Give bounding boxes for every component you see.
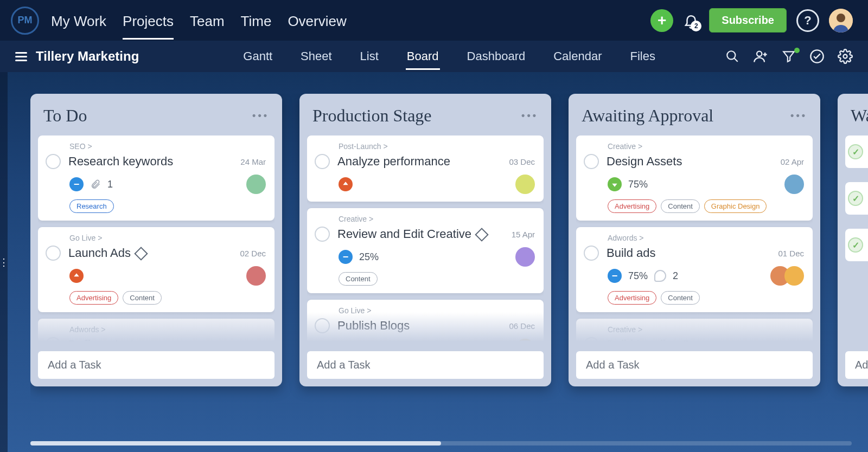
settings-button[interactable] — [838, 49, 853, 64]
notifications-button[interactable]: 2 — [683, 12, 699, 29]
task-checkbox[interactable] — [315, 227, 330, 242]
column-awaiting: Awaiting Approval ••• Creative > Design … — [569, 94, 820, 386]
gear-icon — [838, 49, 853, 64]
nav-time[interactable]: Time — [241, 1, 272, 40]
task-title: Analyze performance — [337, 154, 450, 169]
task-card[interactable]: Go Live > Publish Blogs 06 Dec — [307, 300, 544, 345]
task-date: 02 Apr — [781, 157, 804, 166]
column-menu-button[interactable]: ••• — [252, 110, 269, 121]
filter-active-indicator — [794, 48, 800, 53]
task-tag[interactable]: Content — [661, 199, 700, 213]
task-card[interactable]: SEO > Research keywords 24 Mar − 1 — [38, 135, 275, 221]
view-calendar[interactable]: Calendar — [552, 41, 603, 72]
add-task-input[interactable]: Add a Task — [576, 351, 813, 379]
nav-my-work[interactable]: My Work — [51, 1, 106, 40]
task-card[interactable]: Adwords > Build ads 01 Dec − 75% 2 — [576, 227, 813, 312]
app-logo[interactable]: PM — [11, 7, 39, 35]
plus-icon: + — [658, 12, 666, 29]
assignee-avatar[interactable] — [246, 175, 266, 194]
view-board[interactable]: Board — [406, 41, 440, 72]
task-date: 06 Dec — [509, 321, 535, 331]
task-card[interactable] — [845, 182, 868, 215]
view-sheet[interactable]: Sheet — [299, 41, 333, 72]
task-tag[interactable]: Content — [661, 291, 700, 305]
assignee-avatar[interactable] — [246, 266, 266, 286]
task-card[interactable]: Creative > Review and Edit Creative 15 A… — [307, 208, 544, 293]
task-card[interactable]: Go Live > Launch Ads 02 Dec — [38, 227, 275, 312]
filter-button[interactable] — [781, 49, 796, 64]
task-breadcrumb: Post-Launch > — [339, 142, 535, 151]
assignee-avatar[interactable] — [515, 175, 535, 194]
help-button[interactable]: ? — [796, 9, 819, 32]
global-add-button[interactable]: + — [650, 9, 673, 32]
search-icon — [725, 49, 739, 63]
task-checkbox[interactable] — [315, 318, 330, 333]
task-date: 03 Dec — [509, 157, 535, 166]
top-nav: PM My Work Projects Team Time Overview +… — [0, 0, 868, 41]
scrollbar-thumb[interactable] — [30, 441, 441, 445]
hamburger-icon — [15, 52, 27, 54]
column-body — [845, 135, 868, 345]
task-breadcrumb: SEO > — [69, 142, 266, 151]
nav-team[interactable]: Team — [190, 1, 225, 40]
task-checkbox[interactable] — [848, 144, 863, 159]
task-breadcrumb: Adwords > — [608, 234, 804, 242]
task-date: 07 Apr — [242, 340, 266, 345]
task-tag[interactable]: Research — [69, 199, 114, 213]
assignee-avatar[interactable] — [784, 266, 804, 286]
task-tag[interactable]: Advertising — [69, 291, 118, 305]
view-gantt[interactable]: Gantt — [242, 41, 273, 72]
task-tag[interactable]: Content — [339, 272, 378, 286]
column-menu-button[interactable]: ••• — [521, 110, 538, 121]
add-task-input[interactable]: Add a Task — [307, 351, 544, 379]
progress-label: 75% — [628, 179, 648, 190]
column-body: SEO > Research keywords 24 Mar − 1 — [38, 135, 275, 345]
search-button[interactable] — [725, 49, 740, 64]
attachment-icon — [90, 179, 101, 190]
project-menu-button[interactable] — [15, 52, 27, 61]
task-card[interactable] — [845, 135, 868, 168]
task-tag[interactable]: Graphic Design — [704, 199, 767, 213]
view-dashboard[interactable]: Dashboard — [466, 41, 527, 72]
task-checkbox[interactable] — [584, 337, 599, 345]
task-checkbox[interactable] — [46, 154, 61, 169]
task-checkbox[interactable] — [848, 191, 863, 206]
task-card[interactable]: Creative > Build Landing Pages 09 Apr — [576, 319, 813, 345]
nav-projects[interactable]: Projects — [123, 1, 174, 40]
view-list[interactable]: List — [359, 41, 380, 72]
view-files[interactable]: Files — [629, 41, 656, 72]
priority-low-icon: − — [608, 269, 622, 283]
add-user-button[interactable] — [753, 49, 768, 64]
add-task-input[interactable]: Add a — [845, 351, 868, 379]
add-task-input[interactable]: Add a Task — [38, 351, 275, 379]
task-card[interactable] — [845, 229, 868, 261]
task-tag[interactable]: Advertising — [608, 291, 656, 305]
user-avatar[interactable] — [829, 9, 853, 33]
column-title: Awaiting Approval — [582, 106, 713, 126]
assignee-avatar[interactable] — [515, 339, 535, 345]
task-date: 02 Dec — [240, 249, 266, 258]
view-tabs: Gantt Sheet List Board Dashboard Calenda… — [242, 41, 656, 72]
nav-overview[interactable]: Overview — [288, 1, 346, 40]
task-checkbox[interactable] — [584, 246, 599, 261]
notification-count: 2 — [691, 21, 701, 31]
milestone-icon — [475, 228, 488, 241]
task-card[interactable]: Creative > Design Assets 02 Apr 75% Adve… — [576, 135, 813, 221]
subscribe-button[interactable]: Subscribe — [709, 8, 787, 33]
collapsed-sidebar[interactable]: ⋮ — [0, 72, 8, 452]
task-card[interactable]: Post-Launch > Analyze performance 03 Dec — [307, 135, 544, 202]
task-checkbox[interactable] — [46, 246, 61, 261]
task-checkbox[interactable] — [315, 154, 330, 169]
task-tag[interactable]: Content — [123, 291, 162, 305]
horizontal-scrollbar[interactable] — [30, 441, 852, 445]
task-checkbox[interactable] — [584, 154, 599, 169]
task-card[interactable]: Adwords > Define strategy 07 Apr — [38, 319, 275, 345]
task-tag[interactable]: Advertising — [608, 199, 656, 213]
assignee-avatar[interactable] — [784, 175, 804, 194]
column-menu-button[interactable]: ••• — [790, 110, 807, 121]
assignee-avatar[interactable] — [515, 247, 535, 267]
task-breadcrumb: Creative > — [608, 325, 804, 334]
task-checkbox[interactable] — [848, 237, 863, 253]
task-checkbox[interactable] — [46, 337, 61, 345]
approve-button[interactable] — [809, 49, 825, 64]
